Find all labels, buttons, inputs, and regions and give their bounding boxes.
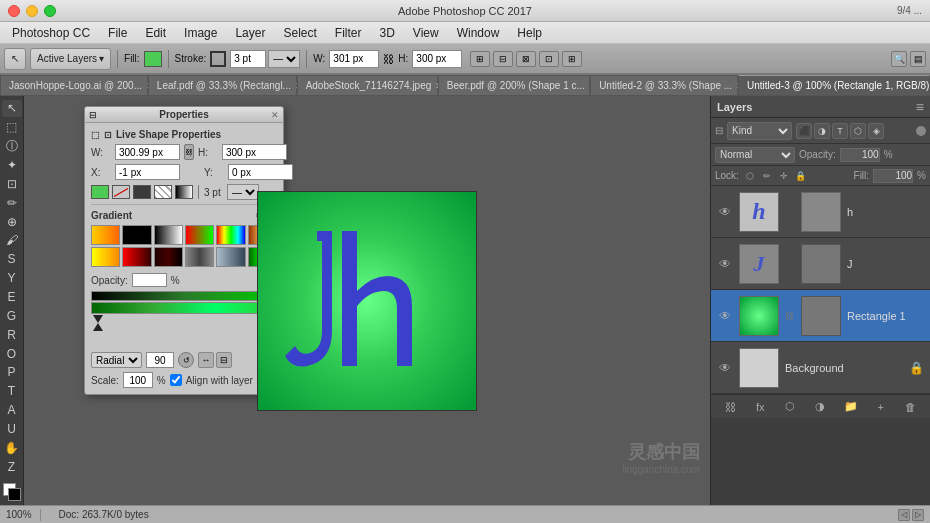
gradient-preset-1[interactable] bbox=[122, 225, 151, 245]
stroke-type-select[interactable]: — bbox=[268, 50, 300, 68]
blur-tool[interactable]: R bbox=[2, 326, 22, 343]
lock-position-icon[interactable]: ✛ bbox=[777, 169, 791, 183]
gradient-preset-10[interactable] bbox=[216, 247, 245, 267]
layer-j-visibility-icon[interactable]: 👁 bbox=[717, 256, 733, 272]
foreground-color[interactable] bbox=[8, 488, 21, 501]
prop-w-input[interactable] bbox=[115, 144, 180, 160]
gradient-preset-6[interactable] bbox=[91, 247, 120, 267]
spot-heal-tool[interactable]: ⊕ bbox=[2, 213, 22, 230]
nav-right-btn[interactable]: ▷ bbox=[912, 509, 924, 521]
fill-style-none[interactable] bbox=[112, 185, 130, 199]
filter-shape-icon[interactable]: ⬡ bbox=[850, 123, 866, 139]
prop-x-input[interactable] bbox=[115, 164, 180, 180]
gradient-angle-btn[interactable]: ↺ bbox=[178, 352, 194, 368]
gradient-preset-7[interactable] bbox=[122, 247, 151, 267]
active-layers-btn[interactable]: Active Layers ▾ bbox=[30, 48, 111, 70]
eraser-tool[interactable]: E bbox=[2, 289, 22, 306]
width-input[interactable] bbox=[329, 50, 379, 68]
layers-fill-input[interactable] bbox=[873, 169, 913, 183]
prop-h-input[interactable] bbox=[222, 144, 287, 160]
menu-window[interactable]: Window bbox=[449, 24, 508, 42]
shape-tool[interactable]: U bbox=[2, 421, 22, 438]
gradient-tool[interactable]: G bbox=[2, 307, 22, 324]
menu-edit[interactable]: Edit bbox=[137, 24, 174, 42]
gradient-preset-9[interactable] bbox=[185, 247, 214, 267]
tab-4[interactable]: Untitled-2 @ 33.3% (Shape ... ✕ bbox=[590, 75, 738, 95]
gradient-preset-3[interactable] bbox=[185, 225, 214, 245]
search-icon[interactable]: 🔍 bbox=[891, 51, 907, 67]
blend-mode-select[interactable]: Normal Multiply Screen Overlay bbox=[715, 147, 795, 163]
menu-layer[interactable]: Layer bbox=[227, 24, 273, 42]
tab-2[interactable]: AdobeStock_71146274.jpeg ✕ bbox=[297, 75, 438, 95]
menu-file[interactable]: File bbox=[100, 24, 135, 42]
clone-stamp-tool[interactable]: S bbox=[2, 251, 22, 268]
move-tool[interactable]: ↖ bbox=[2, 100, 22, 117]
lasso-tool[interactable]: ⓛ bbox=[2, 138, 22, 155]
stop-bottom-left[interactable] bbox=[93, 323, 103, 331]
tab-5[interactable]: Untitled-3 @ 100% (Rectangle 1, RGB/8) ✕ bbox=[738, 75, 930, 95]
zoom-tool[interactable]: Z bbox=[2, 458, 22, 475]
transform-btn[interactable]: ⊡ bbox=[539, 51, 559, 67]
eyedropper-tool[interactable]: ✏ bbox=[2, 194, 22, 211]
gradient-preset-4[interactable] bbox=[216, 225, 245, 245]
align-btn[interactable]: ⊞ bbox=[470, 51, 490, 67]
crop-tool[interactable]: ⊡ bbox=[2, 176, 22, 193]
delete-layer-icon[interactable]: 🗑 bbox=[903, 399, 919, 415]
filter-adjust-icon[interactable]: ◑ bbox=[814, 123, 830, 139]
brush-tool[interactable]: 🖌 bbox=[2, 232, 22, 249]
layer-rect-visibility-icon[interactable]: 👁 bbox=[717, 308, 733, 324]
menu-select[interactable]: Select bbox=[275, 24, 324, 42]
add-mask-icon[interactable]: ⬡ bbox=[782, 399, 798, 415]
layer-bg-visibility-icon[interactable]: 👁 bbox=[717, 360, 733, 376]
menu-3d[interactable]: 3D bbox=[372, 24, 403, 42]
layer-item-rectangle1[interactable]: 👁 ⛓ Rectangle 1 bbox=[711, 290, 930, 342]
path-sel-tool[interactable]: A bbox=[2, 402, 22, 419]
stop-left[interactable] bbox=[93, 315, 103, 323]
fill-color-swatch[interactable] bbox=[144, 51, 162, 67]
type-tool[interactable]: T bbox=[2, 383, 22, 400]
distribute-btn[interactable]: ⊟ bbox=[493, 51, 513, 67]
add-effect-icon[interactable]: fx bbox=[752, 399, 768, 415]
lock-image-icon[interactable]: ✏ bbox=[760, 169, 774, 183]
fill-style-solid[interactable] bbox=[91, 185, 109, 199]
close-button[interactable] bbox=[8, 5, 20, 17]
nav-left-btn[interactable]: ◁ bbox=[898, 509, 910, 521]
gradient-preset-2[interactable] bbox=[154, 225, 183, 245]
menu-view[interactable]: View bbox=[405, 24, 447, 42]
layer-h-visibility-icon[interactable]: 👁 bbox=[717, 204, 733, 220]
height-input[interactable] bbox=[412, 50, 462, 68]
layers-opacity-input[interactable] bbox=[840, 148, 880, 162]
layer-item-j[interactable]: 👁 J J bbox=[711, 238, 930, 290]
gradient-preset-8[interactable] bbox=[154, 247, 183, 267]
fill-style-gradient[interactable] bbox=[175, 185, 193, 199]
align-checkbox[interactable] bbox=[170, 374, 182, 386]
layers-kind-select[interactable]: Kind Name Effect Mode Attribute Color Sm… bbox=[727, 122, 792, 140]
stroke-style-select[interactable]: — bbox=[227, 184, 259, 200]
filter-toggle-dot[interactable] bbox=[916, 126, 926, 136]
fill-style-black[interactable] bbox=[133, 185, 151, 199]
prop-y-input[interactable] bbox=[228, 164, 293, 180]
gradient-type-select[interactable]: Radial Linear bbox=[91, 352, 142, 368]
add-link-icon[interactable]: ⛓ bbox=[722, 399, 738, 415]
stroke-swatch[interactable] bbox=[210, 51, 226, 67]
opacity-input[interactable] bbox=[132, 273, 167, 287]
fill-style-pattern[interactable] bbox=[154, 185, 172, 199]
tab-1[interactable]: Leaf.pdf @ 33.3% (Rectangl... ✕ bbox=[148, 75, 297, 95]
maximize-button[interactable] bbox=[44, 5, 56, 17]
gradient-reverse-btn[interactable]: ↔ bbox=[198, 352, 214, 368]
hand-tool[interactable]: ✋ bbox=[2, 439, 22, 456]
gradient-preset-0[interactable] bbox=[91, 225, 120, 245]
menu-photoshop[interactable]: Photoshop CC bbox=[4, 24, 98, 42]
lock-transparent-icon[interactable]: ⬡ bbox=[743, 169, 757, 183]
arrange-btn[interactable]: ⊠ bbox=[516, 51, 536, 67]
panel-icon[interactable]: ▤ bbox=[910, 51, 926, 67]
gradient-bar-main[interactable] bbox=[91, 302, 277, 314]
minimize-button[interactable] bbox=[26, 5, 38, 17]
magic-wand-tool[interactable]: ✦ bbox=[2, 157, 22, 174]
properties-close-btn[interactable]: ✕ bbox=[271, 110, 279, 120]
menu-filter[interactable]: Filter bbox=[327, 24, 370, 42]
gradient-stop-bar-top[interactable] bbox=[91, 291, 277, 301]
layers-menu-icon[interactable]: ≡ bbox=[916, 99, 924, 115]
lock-all-icon[interactable]: 🔒 bbox=[794, 169, 808, 183]
gradient-angle-input[interactable] bbox=[146, 352, 174, 368]
